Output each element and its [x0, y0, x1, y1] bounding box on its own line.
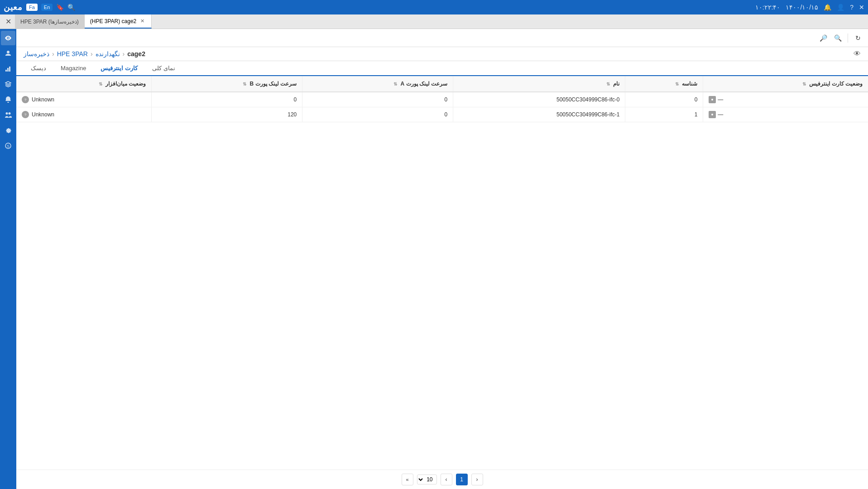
icon-rail: S [0, 29, 16, 489]
sort-port-a-icon: ⇅ [393, 82, 397, 86]
time-label: ۱۰:۲۲:۴۰ [755, 4, 781, 11]
rail-user-icon[interactable] [1, 46, 15, 61]
breadcrumb-cage2: cage2 [127, 50, 145, 58]
svg-point-6 [8, 38, 9, 39]
rail-view-icon[interactable] [1, 31, 15, 45]
top-bar: ✕ ? 👤 🔔 ۱۴۰۰/۱۰/۱۵ ۱۰:۲۲:۴۰ 🔍 🔖 En Fa مع… [0, 0, 868, 14]
eye-icon: 👁 [854, 50, 861, 58]
cell-id-0: 0 [625, 92, 703, 107]
svg-text:?: ? [24, 113, 27, 117]
page-header: 👁 cage2 ‹ نگهدارنده ‹ HPE 3PAR ‹ ذخیره‌س… [16, 47, 868, 61]
sort-id-icon: ⇅ [675, 82, 679, 86]
help-icon[interactable]: ? [850, 4, 854, 11]
table-row: — 0 50050CC304999C86-ifc-0 [16, 92, 868, 107]
user-top-icon[interactable]: 👤 [837, 4, 844, 11]
page-size-select[interactable]: 10 25 50 [417, 475, 437, 484]
rail-settings-icon[interactable]: S [1, 139, 15, 153]
breadcrumb-container[interactable]: نگهدارنده [96, 50, 120, 58]
sort-name-icon: ⇅ [606, 82, 610, 86]
pagination: ‹ 1 › 10 25 50 » [16, 470, 868, 489]
col-middleware[interactable]: وضعیت میان‌افزار ⇅ [16, 76, 152, 92]
page-1-button[interactable]: 1 [456, 474, 468, 485]
svg-rect-8 [7, 68, 9, 72]
cell-ifc-status-1: — [703, 107, 868, 122]
toolbar-divider [848, 34, 848, 43]
top-bar-left: ✕ ? 👤 🔔 ۱۴۰۰/۱۰/۱۵ ۱۰:۲۲:۴۰ [755, 4, 864, 11]
breadcrumb: cage2 ‹ نگهدارنده ‹ HPE 3PAR ‹ ذخیره‌ساز [24, 50, 145, 58]
refresh-button[interactable]: ↻ [852, 32, 864, 44]
tab-cage2[interactable]: (HPE 3PAR) cage2 ✕ [85, 14, 152, 29]
rail-group-icon[interactable] [1, 108, 15, 122]
tab-disk[interactable]: دیسک [24, 61, 53, 76]
cell-port-a-0: 0 [302, 92, 453, 107]
cell-name-0: 50050CC304999C86-ifc-0 [453, 92, 625, 107]
tab-bar: ✕ HPE 3PAR (ذخیره‌سازها) (HPE 3PAR) cage… [0, 14, 868, 29]
cell-ifc-status-0: — [703, 92, 868, 107]
tab-cage2-label: (HPE 3PAR) cage2 [90, 18, 137, 24]
cell-name-1: 50050CC304999C86-ifc-1 [453, 107, 625, 122]
main-wrapper: ↻ 🔍 🔎 👁 cage2 ‹ نگهدارنده ‹ HPE 3PAR ‹ ذ… [0, 29, 868, 489]
bell-top-icon[interactable]: 🔔 [824, 4, 831, 11]
zoom-button[interactable]: 🔎 [817, 32, 830, 44]
breadcrumb-sep3: ‹ [123, 50, 125, 58]
col-port-a[interactable]: سرعت لینک پورت A ⇅ [302, 76, 453, 92]
tab-hpe3par[interactable]: HPE 3PAR (ذخیره‌سازها) [15, 14, 85, 29]
sub-tabs: نمای کلی کارت اینترفیس Magazine دیسک [16, 61, 868, 76]
breadcrumb-sep1: ‹ [52, 50, 54, 58]
cell-middleware-1: Unknown ? [16, 107, 152, 122]
table-container: وضعیت کارت اینترفیس ⇅ شناسه ⇅ نام ⇅ سر [16, 76, 868, 470]
search-button[interactable]: 🔍 [831, 32, 844, 44]
ifc-status-icon-0 [709, 96, 716, 103]
date-label: ۱۴۰۰/۱۰/۱۵ [786, 4, 818, 11]
breadcrumb-sep2: ‹ [91, 50, 93, 58]
cell-port-b-1: 120 [152, 107, 302, 122]
lang-en-button[interactable]: En [41, 4, 53, 11]
svg-text:S: S [7, 144, 10, 149]
tab-overview[interactable]: نمای کلی [145, 61, 182, 76]
sort-middleware-icon: ⇅ [99, 82, 102, 86]
col-name[interactable]: نام ⇅ [453, 76, 625, 92]
cell-port-a-1: 0 [302, 107, 453, 122]
svg-rect-7 [5, 70, 7, 72]
top-bar-right: 🔍 🔖 En Fa معین [4, 2, 75, 12]
cell-id-1: 1 [625, 107, 703, 122]
content-area: ↻ 🔍 🔎 👁 cage2 ‹ نگهدارنده ‹ HPE 3PAR ‹ ذ… [16, 29, 868, 489]
last-page-button[interactable]: » [402, 474, 413, 485]
rail-layers-icon[interactable] [1, 77, 15, 91]
table-row: — 1 50050CC304999C86-ifc-1 [16, 107, 868, 122]
ifc-status-icon-1 [709, 111, 716, 118]
tab-hpe3par-label: HPE 3PAR (ذخیره‌سازها) [20, 19, 79, 25]
toolbar: ↻ 🔍 🔎 [16, 29, 868, 47]
cell-port-b-0: 0 [152, 92, 302, 107]
tab-cage2-close[interactable]: ✕ [139, 18, 146, 24]
new-tab-button[interactable]: ✕ [2, 14, 15, 29]
col-ifc-status[interactable]: وضعیت کارت اینترفیس ⇅ [703, 76, 868, 92]
data-table: وضعیت کارت اینترفیس ⇅ شناسه ⇅ نام ⇅ سر [16, 76, 868, 122]
rail-bell-icon[interactable] [1, 92, 15, 107]
sort-port-b-icon: ⇅ [243, 82, 246, 86]
breadcrumb-storage[interactable]: ذخیره‌ساز [24, 50, 49, 58]
col-port-b[interactable]: سرعت لینک پورت B ⇅ [152, 76, 302, 92]
rail-gear-icon[interactable] [1, 123, 15, 138]
tab-magazine[interactable]: Magazine [53, 61, 93, 76]
middleware-status-icon-1: ? [22, 111, 29, 118]
svg-rect-9 [9, 67, 10, 72]
bookmark-top-icon[interactable]: 🔖 [56, 4, 64, 11]
tab-interface-card[interactable]: کارت اینترفیس [93, 61, 145, 76]
next-page-button[interactable]: › [441, 474, 452, 485]
middleware-status-icon-0: ? [22, 96, 29, 103]
svg-text:?: ? [24, 98, 27, 102]
col-id[interactable]: شناسه ⇅ [625, 76, 703, 92]
sort-ifc-status-icon: ⇅ [802, 82, 806, 86]
prev-page-button[interactable]: ‹ [471, 474, 483, 485]
search-top-icon[interactable]: 🔍 [67, 4, 75, 11]
cell-middleware-0: Unknown ? [16, 92, 152, 107]
breadcrumb-hpe3par[interactable]: HPE 3PAR [57, 50, 88, 58]
lang-fa-button[interactable]: Fa [26, 4, 38, 11]
app-logo: معین [4, 2, 23, 12]
rail-chart-icon[interactable] [1, 62, 15, 76]
table-header-row: وضعیت کارت اینترفیس ⇅ شناسه ⇅ نام ⇅ سر [16, 76, 868, 92]
close-window-icon[interactable]: ✕ [859, 4, 864, 11]
